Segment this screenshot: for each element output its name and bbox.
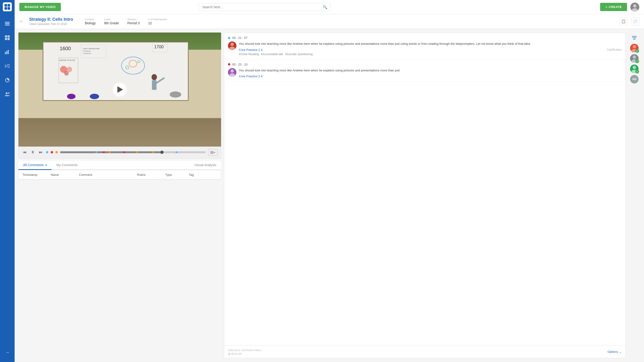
- comment-1-avatar: [228, 42, 236, 50]
- sidebar-item-dashboard[interactable]: [3, 34, 12, 42]
- col-comment: Comment: [79, 173, 137, 176]
- comment-input-timestamp: @ 00:31:20: [228, 352, 605, 355]
- sidebar-item-analytics[interactable]: [3, 48, 12, 56]
- meta-content: Content Biology: [85, 18, 96, 25]
- video-placeholder: 1600 LIGHT HARVESTING Chlorophyll Carote…: [18, 32, 221, 146]
- comment-input-block[interactable]: Add your comment here... @ 00:31:20: [228, 348, 605, 355]
- sidebar-item-settings[interactable]: [3, 62, 12, 70]
- check-badge-2: ✓: [635, 60, 639, 63]
- marker-pink: [51, 151, 53, 154]
- svg-text:ANATOMY OF BLOOD: ANATOMY OF BLOOD: [60, 59, 75, 61]
- tab-all-comments-label: All Comments: [23, 163, 44, 167]
- meta-session-label: Session: [127, 18, 140, 21]
- meta-participants-value: 12: [148, 21, 167, 25]
- timeline-thumb: [160, 150, 164, 154]
- col-timestamp: Timestamp: [22, 173, 51, 176]
- meta-session: Session Period 3: [127, 18, 140, 25]
- create-button[interactable]: + CREATE: [600, 3, 627, 11]
- svg-rect-7: [5, 35, 7, 38]
- video-timeline[interactable]: [60, 151, 206, 153]
- svg-rect-43: [152, 80, 157, 90]
- right-panel-filter-icon[interactable]: [630, 34, 638, 42]
- tab-visual-analysis[interactable]: Visual Analysis: [190, 161, 221, 170]
- play-button[interactable]: [113, 82, 127, 97]
- tab-my-comments-label: My Comments: [56, 163, 78, 167]
- svg-text:1600: 1600: [60, 46, 71, 51]
- comment-2-rubric-row: Core Practice 2.4: [239, 74, 622, 78]
- video-controls: ⏮ ⏸ ⏭ ⊞+: [18, 146, 221, 158]
- video-column: 1600 LIGHT HARVESTING Chlorophyll Carote…: [18, 32, 221, 358]
- comment-2-timestamp-row: 00 : 23 : 10: [228, 63, 622, 66]
- right-panel-avatar-ag[interactable]: AG: [630, 75, 638, 84]
- timeline-marker-1: [96, 151, 97, 153]
- svg-text:1700: 1700: [154, 44, 164, 49]
- svg-point-58: [633, 45, 636, 48]
- skip-forward-button[interactable]: ⏭: [38, 150, 44, 155]
- svg-point-19: [6, 66, 8, 68]
- table-header-row: Timestamp Name Comment Rubric Type Tag: [18, 170, 221, 180]
- comment-input-placeholder: Add your comment here...: [228, 348, 605, 352]
- svg-point-41: [64, 71, 69, 76]
- col-name: Name: [51, 173, 79, 176]
- svg-point-52: [230, 69, 234, 72]
- right-panel-avatar-2[interactable]: ✓: [630, 54, 638, 63]
- comment-2-body: You should look into teaching more like …: [228, 68, 622, 78]
- comment-2-timestamp: 00 : 23 : 10: [232, 63, 248, 66]
- svg-point-34: [129, 60, 137, 67]
- svg-text:Carotenoids: Carotenoids: [83, 52, 92, 54]
- pause-button[interactable]: ⏸: [30, 150, 36, 155]
- search-input[interactable]: [198, 3, 330, 11]
- svg-rect-2: [4, 7, 7, 10]
- comment-1-dot: [228, 37, 230, 39]
- sidebar-item-reports[interactable]: [3, 76, 12, 84]
- create-label: CREATE: [609, 5, 622, 9]
- comment-1-tags: #Close Reading #Accountable talk #Socrat…: [239, 52, 622, 56]
- comment-2-content: You should look into teaching more like …: [239, 68, 622, 78]
- svg-text:Chlorophyll: Chlorophyll: [83, 50, 91, 52]
- svg-point-46: [90, 94, 99, 99]
- sidebar-item-users[interactable]: [3, 90, 12, 98]
- options-button[interactable]: Options ⌄: [608, 350, 622, 354]
- svg-point-17: [6, 64, 7, 66]
- comment-1-timestamp: 00 : 21 : 57: [232, 36, 248, 40]
- back-button[interactable]: ←: [19, 19, 24, 24]
- document-icon-button[interactable]: 📄: [631, 18, 639, 26]
- comments-panel: 00 : 21 : 57 You should look into teachi…: [224, 32, 626, 358]
- svg-text:LIGHT HARVESTING: LIGHT HARVESTING: [83, 47, 100, 50]
- tag-socratic-questioning: #Socratic Questioning: [285, 52, 312, 56]
- sidebar-logo[interactable]: [3, 2, 12, 11]
- skip-back-button[interactable]: ⏮: [22, 150, 28, 155]
- meta-section: Content Biology Level 8th Grade Session …: [85, 18, 167, 25]
- meta-level-label: Level: [104, 18, 119, 21]
- svg-point-47: [170, 92, 181, 98]
- screenshot-button[interactable]: ⊞+: [208, 149, 218, 156]
- sidebar-item-menu[interactable]: [3, 19, 12, 28]
- tag-accountable-talk: #Accountable talk: [261, 52, 283, 56]
- svg-point-21: [6, 92, 8, 94]
- search-icon: 🔍: [323, 5, 328, 9]
- user-avatar[interactable]: [630, 2, 639, 12]
- col-type: Type: [165, 173, 189, 176]
- comment-1-rubric-link[interactable]: Core Practice 2.4: [239, 48, 262, 52]
- right-panel-avatar-1[interactable]: ✓: [630, 44, 638, 52]
- main-content: MANAGE MY VIDEO 🔍 + CREATE ← Strategy II…: [14, 0, 644, 362]
- timeline-marker-6: [152, 151, 154, 153]
- header-icons: 📋 📄: [620, 18, 639, 26]
- clip-icon-button[interactable]: 📋: [620, 18, 628, 26]
- tab-my-comments[interactable]: My Comments: [52, 161, 82, 170]
- comment-1-timestamp-row: 00 : 21 : 57: [228, 36, 622, 40]
- manage-video-button[interactable]: MANAGE MY VIDEO: [19, 3, 61, 11]
- col-rubric: Rubric: [137, 173, 165, 176]
- comment-1-rubric-row: Core Practice 2.4 Clarification: [239, 48, 622, 52]
- right-panel-avatar-3[interactable]: ✓: [630, 64, 638, 73]
- comment-input-area: Add your comment here... @ 00:31:20 Opti…: [224, 345, 626, 358]
- comment-2-rubric-link[interactable]: Core Practice 2.4: [239, 74, 262, 78]
- create-plus-icon: +: [605, 5, 607, 9]
- svg-point-64: [633, 66, 636, 69]
- sidebar-expand[interactable]: →: [5, 350, 10, 360]
- svg-rect-13: [8, 50, 9, 54]
- tab-filter-icon[interactable]: ≡: [45, 163, 47, 167]
- timeline-progress: [60, 151, 162, 153]
- video-player[interactable]: 1600 LIGHT HARVESTING Chlorophyll Carote…: [18, 32, 221, 146]
- tab-all-comments[interactable]: All Comments ≡: [18, 161, 52, 170]
